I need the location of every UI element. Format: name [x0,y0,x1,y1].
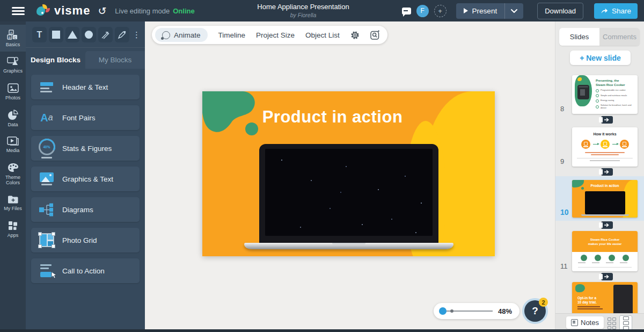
comments-icon[interactable] [402,8,411,15]
present-button[interactable]: Present [456,7,505,15]
settings-button[interactable] [350,31,360,40]
pen-icon [118,30,127,39]
transition-indicator[interactable] [601,168,613,176]
add-collaborator-button[interactable]: + [434,5,447,17]
slide-canvas[interactable]: Product in action [202,91,495,256]
block-label: Font Pairs [62,114,96,122]
triangle-shape-button[interactable] [65,27,80,42]
square-shape-button[interactable] [49,27,63,42]
transition-indicator[interactable] [601,116,613,124]
block-label: Stats & Figures [62,145,112,153]
visme-editor: visme ↺ Live editing mode Online Home Ap… [0,0,644,332]
tab-design-blocks[interactable]: Design Blocks [26,51,85,69]
list-view-icon[interactable] [619,315,632,331]
line-arrow-tool-button[interactable] [98,27,113,42]
sidebar-item-photos[interactable]: Photos [0,78,26,105]
zoom-slider-track[interactable] [441,311,493,312]
tab-my-blocks[interactable]: My Blocks [85,51,145,69]
block-call-to-action[interactable]: Call to Action [31,258,140,283]
pie-chart-icon [8,110,18,120]
block-label: Call to Action [62,267,105,275]
slide-thumbnail-8[interactable]: Presenting, the Steam Rice Cooker Progra… [572,75,638,114]
editing-mode-label: Live editing mode [115,7,170,15]
pen-tool-button[interactable] [115,27,129,42]
sidebar-item-label: Apps [8,233,19,238]
document-author: by Fiorella [231,12,376,18]
sidebar-item-label: Graphics [3,68,23,74]
sidebar-item-basics[interactable]: A B C Basics [0,25,26,52]
sidebar-item-theme-colors[interactable]: Theme Colors [0,158,26,190]
gear-icon [350,31,360,40]
visme-logo-text: visme [54,4,90,18]
main-menu-icon[interactable] [12,7,25,15]
animate-button[interactable]: Animate [155,28,208,42]
square-icon [52,31,60,39]
block-photo-grid[interactable]: Photo Grid [31,228,140,252]
slide-title[interactable]: Product in action [202,107,463,127]
document-meta: Home Appliance Presentation by Fiorella [231,3,376,18]
find-replace-button[interactable] [370,30,380,40]
block-stats-figures[interactable]: 40% Stats & Figures [31,136,140,161]
animate-icon [162,31,170,39]
grid-view-icon[interactable] [608,317,616,329]
tab-slides[interactable]: Slides [559,28,599,46]
slide-number: 11 [560,262,568,270]
object-list-button[interactable]: Object List [305,31,340,39]
folder-plus-icon [8,194,19,204]
slide-row-10: 10 Product in action [555,180,644,218]
block-font-pairs[interactable]: Aa Font Pairs [31,105,140,130]
slide-thumbnail-11[interactable]: Steam Rice Cooker makes your life easier [572,231,638,271]
sidebar-item-label: Media [6,148,20,153]
user-avatar[interactable]: F [416,5,429,17]
sidebar-item-media[interactable]: Media [0,132,26,157]
play-icon [464,8,468,13]
photo-grid-icon [31,233,62,247]
undo-icon[interactable]: ↺ [98,5,106,17]
present-dropdown-button[interactable] [504,3,523,19]
block-label: Graphics & Text [62,175,113,183]
notes-button[interactable]: Notes [566,316,604,329]
notes-label: Notes [581,319,599,327]
zoom-slider-marker [450,309,453,313]
visme-logo[interactable]: visme [36,4,90,18]
sidebar-item-my-files[interactable]: My Files [0,190,26,215]
laptop-image[interactable] [259,144,438,243]
circle-shape-button[interactable] [82,27,96,42]
download-button[interactable]: Download [537,3,583,19]
zoom-value[interactable]: 48% [498,307,512,315]
sidebar-item-label: Photos [5,95,20,100]
transition-indicator[interactable] [601,273,613,280]
block-graphics-text[interactable]: Graphics & Text [31,167,140,191]
online-status: Online [173,7,194,15]
sidebar-item-label: Basics [6,42,20,47]
sidebar-item-data[interactable]: Data [0,105,26,132]
slide-thumbnail-9[interactable]: How it works [572,127,638,167]
more-tools-button[interactable]: ⋮ [133,33,141,36]
text-tool-button[interactable]: T [32,27,47,42]
help-notification-badge: 2 [539,298,548,307]
share-icon [601,8,608,14]
slide-row-8: 8 Presenting, the Steam Rice Cooker Prog… [555,75,644,114]
transition-indicator[interactable] [601,221,613,229]
design-blocks-list: Header & Text Aa Font Pairs 40% Stats & … [26,69,145,283]
share-button[interactable]: Share [594,3,638,19]
project-size-button[interactable]: Project Size [256,31,295,39]
slide-thumbnail-10[interactable]: Product in action [572,180,638,218]
timeline-button[interactable]: Timeline [218,31,246,39]
animate-label: Animate [174,31,201,39]
block-diagrams[interactable]: Diagrams [31,197,140,222]
help-button[interactable]: ? 2 [524,300,546,322]
document-title[interactable]: Home Appliance Presentation [231,3,376,11]
new-slide-button[interactable]: + New slide [570,50,631,65]
sidebar-item-graphics[interactable]: Graphics [0,52,26,78]
diagrams-icon [31,203,62,216]
svg-text:C: C [14,36,17,39]
triangle-icon [68,31,77,39]
zoom-slider-handle[interactable] [439,307,447,315]
topbar-actions: F + Present Download Share [402,0,638,21]
sidebar-item-apps[interactable]: Apps [0,216,26,242]
left-icon-rail: A B C Basics Graphics Photos [0,21,26,332]
block-header-text[interactable]: Header & Text [31,75,140,99]
slide-number-selected: 10 [560,208,569,216]
tab-comments[interactable]: Comments [599,28,640,46]
